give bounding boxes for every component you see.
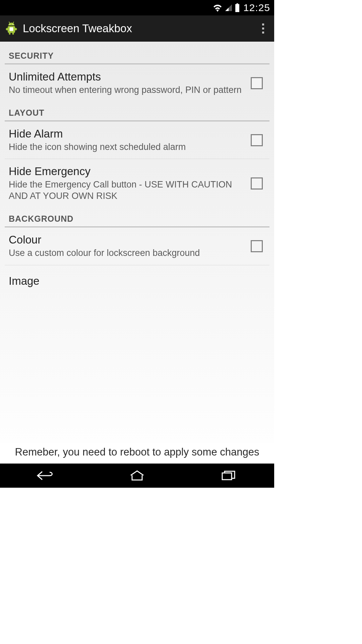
svg-line-5 [9,21,10,23]
section-header-security: SECURITY [5,45,269,64]
checkbox-colour[interactable] [251,240,263,252]
setting-title: Unlimited Attempts [9,70,245,83]
svg-point-9 [12,23,13,24]
action-bar: Lockscreen Tweakbox [0,15,274,42]
back-icon [36,470,55,481]
cell-signal-icon [225,4,233,12]
footer-note: Remeber, you need to reboot to apply som… [0,443,274,462]
recent-apps-icon [221,470,236,481]
battery-icon [235,3,240,12]
overflow-menu-button[interactable] [256,21,270,36]
svg-line-6 [13,21,14,23]
setting-hide-alarm[interactable]: Hide Alarm Hide the icon showing next sc… [5,121,269,159]
setting-desc: No timeout when entering wrong password,… [9,85,245,96]
svg-rect-3 [9,32,11,35]
section-header-layout: LAYOUT [5,102,269,121]
setting-title: Image [9,275,260,287]
status-time: 12:25 [243,2,270,13]
status-bar: 12:25 [0,0,274,15]
svg-point-8 [9,23,10,24]
checkbox-hide-emergency[interactable] [251,177,263,190]
section-header-background: BACKGROUND [5,208,269,227]
setting-title: Hide Alarm [9,127,245,140]
checkbox-hide-alarm[interactable] [251,134,263,146]
settings-content: SECURITY Unlimited Attempts No timeout w… [0,42,274,464]
setting-unlimited-attempts[interactable]: Unlimited Attempts No timeout when enter… [5,64,269,102]
nav-recent-button[interactable] [212,468,245,483]
setting-title: Colour [9,233,245,246]
navigation-bar [0,464,274,488]
svg-rect-10 [222,473,232,480]
setting-image[interactable]: Image [5,265,269,292]
overflow-icon [262,23,264,34]
settings-scroll[interactable]: SECURITY Unlimited Attempts No timeout w… [0,42,274,292]
nav-home-button[interactable] [120,468,154,483]
home-icon [129,470,145,481]
setting-title: Hide Emergency [9,165,245,178]
wifi-icon [213,4,223,12]
setting-desc: Hide the Emergency Call button - USE WIT… [9,179,245,202]
svg-rect-4 [12,32,14,35]
setting-colour[interactable]: Colour Use a custom colour for lockscree… [5,227,269,265]
checkbox-unlimited-attempts[interactable] [251,77,263,89]
nav-back-button[interactable] [29,468,62,483]
setting-hide-emergency[interactable]: Hide Emergency Hide the Emergency Call b… [5,159,269,208]
svg-rect-7 [10,27,13,31]
app-title: Lockscreen Tweakbox [23,22,256,35]
setting-desc: Use a custom colour for lockscreen backg… [9,248,245,259]
setting-desc: Hide the icon showing next scheduled ala… [9,142,245,153]
device-frame: 12:25 Lockscreen Tweakbox [0,0,274,488]
app-icon [4,21,19,36]
